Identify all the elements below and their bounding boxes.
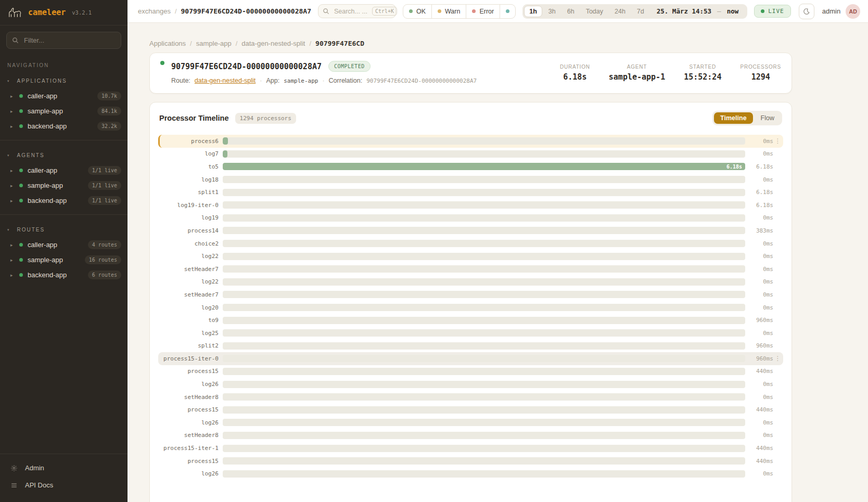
breadcrumb-section[interactable]: exchanges — [138, 7, 171, 15]
search-icon — [12, 37, 19, 44]
sidebar-item-applications-backend-app[interactable]: ▸backend-app32.2k — [0, 119, 127, 134]
section-header-routes[interactable]: ▾ROUTES — [0, 222, 127, 237]
sidebar-filter-input[interactable] — [23, 36, 116, 45]
timeline-row-choice2[interactable]: choice20ms — [158, 237, 783, 250]
search-input[interactable] — [333, 7, 368, 16]
sidebar-sections: ▾APPLICATIONS▸caller-app10.7k▸sample-app… — [0, 70, 127, 285]
duration-track — [223, 445, 745, 452]
status-filter-error[interactable]: Error — [466, 5, 500, 18]
duration-value: 960ms — [745, 317, 773, 324]
duration-track — [223, 189, 745, 196]
sidebar-item-applications-sample-app[interactable]: ▸sample-app84.1k — [0, 104, 127, 119]
duration-value: 0ms — [745, 291, 773, 298]
timeline-row-setheader7[interactable]: setHeader70ms — [158, 263, 783, 276]
timeline-row-log18[interactable]: log180ms — [158, 173, 783, 186]
sidebar-item-applications-caller-app[interactable]: ▸caller-app10.7k — [0, 88, 127, 104]
processor-name: log22 — [160, 253, 223, 260]
sidebar-item-routes-caller-app[interactable]: ▸caller-app4 routes — [0, 237, 127, 252]
processor-name: log18 — [160, 176, 223, 183]
duration-track — [223, 240, 745, 247]
status-filter-warn[interactable]: Warn — [431, 5, 466, 18]
timeline-row-log19[interactable]: log190ms — [158, 212, 783, 225]
global-search[interactable]: Ctrl+K — [318, 4, 396, 18]
list-icon — [10, 482, 18, 489]
live-badge[interactable]: LIVE — [754, 5, 791, 18]
timeline-row-setheader8[interactable]: setHeader80ms — [158, 391, 783, 404]
status-filter-label: Warn — [445, 8, 460, 15]
view-toggle-timeline[interactable]: Timeline — [714, 112, 752, 124]
timeline-row-setheader8[interactable]: setHeader80ms — [158, 429, 783, 442]
sidebar-item-routes-sample-app[interactable]: ▸sample-app16 routes — [0, 252, 127, 267]
duration-value: 383ms — [745, 227, 773, 234]
view-toggle-flow[interactable]: Flow — [755, 112, 781, 124]
processor-name: log25 — [160, 330, 223, 337]
footer-item-admin[interactable]: Admin — [0, 459, 127, 477]
timeline-row-log26[interactable]: log260ms — [158, 378, 783, 391]
time-range-7d[interactable]: 7d — [632, 6, 649, 17]
sidebar-item-agents-sample-app[interactable]: ▸sample-app1/1 live — [0, 178, 127, 193]
kebab-menu-icon[interactable]: ⋮ — [773, 137, 782, 145]
theme-toggle-button[interactable] — [799, 4, 814, 19]
stat-started: STARTED15:52:24 — [684, 64, 721, 82]
timeline-row-log26[interactable]: log260ms — [158, 467, 783, 480]
sidebar-item-badge: 1/1 live — [88, 166, 121, 175]
status-filter-extra[interactable] — [500, 5, 515, 18]
kebab-menu-icon[interactable]: ⋮ — [773, 355, 782, 362]
timeline-row-process15-iter-0[interactable]: process15-iter-0960ms⋮ — [158, 352, 783, 365]
timeline-row-log26[interactable]: log260ms — [158, 416, 783, 429]
stat-value: sample-app-1 — [609, 72, 665, 82]
timeline-row-log19-iter-0[interactable]: log19-iter-06.18s — [158, 199, 783, 212]
status-filter-ok[interactable]: OK — [403, 5, 431, 18]
duration-value: 0ms — [745, 381, 773, 388]
sidebar-item-badge: 32.2k — [97, 122, 121, 131]
section-header-agents[interactable]: ▾AGENTS — [0, 148, 127, 163]
duration-track — [223, 342, 745, 350]
exchange-id-title: 90799F47E6CD24D-00000000000028A7 — [171, 62, 322, 71]
duration-bar-label: 6.18s — [726, 164, 745, 170]
section-header-applications[interactable]: ▾APPLICATIONS — [0, 73, 127, 88]
processor-name: process15 — [160, 368, 223, 375]
timeline-row-log22[interactable]: log220ms — [158, 250, 783, 263]
timeline-row-setheader7[interactable]: setHeader70ms — [158, 288, 783, 301]
chevron-right-icon: ▸ — [10, 124, 15, 129]
sidebar-item-routes-backend-app[interactable]: ▸backend-app6 routes — [0, 267, 127, 282]
sidebar-item-agents-backend-app[interactable]: ▸backend-app1/1 live — [0, 193, 127, 208]
duration-value: 0ms — [745, 470, 773, 477]
route-label: Route: — [171, 77, 190, 84]
timeline-row-process15[interactable]: process15440ms — [158, 455, 783, 468]
timeline-row-to9[interactable]: to9960ms — [158, 314, 783, 327]
timeline-row-process15[interactable]: process15440ms — [158, 365, 783, 378]
app-label: App: — [266, 77, 279, 84]
timeline-row-split2[interactable]: split2960ms — [158, 340, 783, 353]
sidebar-item-agents-caller-app[interactable]: ▸caller-app1/1 live — [0, 163, 127, 178]
time-range-6h[interactable]: 6h — [562, 6, 580, 17]
time-range-3h[interactable]: 3h — [543, 6, 561, 17]
timeline-row-process15-iter-1[interactable]: process15-iter-1440ms — [158, 442, 783, 455]
crumb-applications[interactable]: Applications — [149, 40, 186, 47]
sidebar-filter[interactable] — [6, 32, 121, 49]
date-range[interactable]: 25. März 14:53 — now — [650, 7, 746, 15]
sidebar-item-label: caller-app — [28, 241, 83, 249]
route-link[interactable]: data-gen-nested-split — [195, 77, 256, 84]
timeline-row-split1[interactable]: split16.18s — [158, 186, 783, 199]
avatar[interactable]: AD — [846, 4, 860, 19]
processor-name: log19-iter-0 — [160, 202, 223, 209]
duration-value: 0ms — [745, 214, 773, 221]
time-range-1h[interactable]: 1h — [524, 6, 542, 17]
footer-item-api-docs[interactable]: API Docs — [0, 477, 127, 494]
duration-value: 6.18s — [745, 189, 773, 196]
timeline-row-process15[interactable]: process15440ms — [158, 403, 783, 416]
timeline-row-process14[interactable]: process14383ms — [158, 224, 783, 237]
breadcrumb: exchanges / 90799F47E6CD24D-000000000000… — [138, 7, 311, 15]
crumb-route[interactable]: data-gen-nested-split — [241, 40, 305, 47]
timeline-row-log7[interactable]: log70ms — [158, 148, 783, 161]
timeline-row-log25[interactable]: log250ms — [158, 327, 783, 340]
time-range-today[interactable]: Today — [581, 6, 608, 17]
timeline-row-process6[interactable]: process60ms⋮ — [158, 135, 783, 148]
timeline-row-log22[interactable]: log220ms — [158, 276, 783, 289]
timeline-row-to5[interactable]: to56.18s6.18s — [158, 160, 783, 173]
view-toggle: TimelineFlow — [712, 111, 782, 125]
time-range-24h[interactable]: 24h — [609, 6, 631, 17]
timeline-row-log20[interactable]: log200ms — [158, 301, 783, 314]
crumb-app[interactable]: sample-app — [196, 40, 232, 47]
